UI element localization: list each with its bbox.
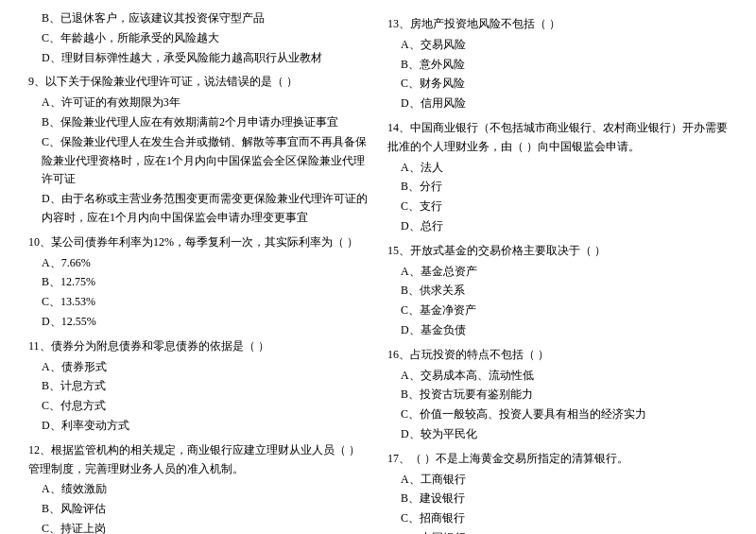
question-title: 13、房地产投资地风险不包括（ ） — [387, 15, 728, 34]
question-title: 9、以下关于保险兼业代理许可证，说法错误的是（ ） — [28, 73, 369, 92]
option: C、年龄越小，所能承受的风险越大 — [28, 29, 369, 48]
option: A、基金总资产 — [387, 263, 728, 282]
option: B、建设银行 — [387, 490, 728, 508]
question-title: 12、根据监管机构的相关规定，商业银行应建立理财从业人员（ ）管理制度，完善理财… — [28, 441, 369, 479]
option: C、持证上岗 — [28, 520, 369, 534]
option: D、总行 — [387, 217, 728, 236]
option: A、债券形式 — [28, 358, 369, 377]
option: C、付息方式 — [28, 397, 369, 416]
option: B、供求关系 — [387, 282, 728, 301]
option: D、信用风险 — [387, 95, 728, 113]
option: D、较为平民化 — [387, 425, 728, 444]
question-title: 16、占玩投资的特点不包括（ ） — [387, 346, 728, 365]
option: B、风险评估 — [28, 500, 369, 519]
option: C、保险兼业代理人在发生合并或撤销、解散等事宜而不再具备保险兼业代理资格时，应在… — [28, 133, 369, 189]
option: A、工商银行 — [387, 471, 728, 490]
option: B、分行 — [387, 178, 728, 197]
right-column: 13、房地产投资地风险不包括（ ）A、交易风险B、意外风险C、财务风险D、信用风… — [387, 9, 728, 534]
option: D、基金负债 — [387, 321, 728, 340]
option: A、法人 — [387, 159, 728, 178]
main-content: B、已退休客户，应该建议其投资保守型产品C、年龄越小，所能承受的风险越大D、理财… — [28, 9, 728, 534]
question-title: 17、（ ）不是上海黄金交易所指定的清算银行。 — [387, 450, 728, 469]
option: C、招商银行 — [387, 509, 728, 528]
option: A、7.66% — [28, 254, 369, 273]
option: D、由于名称或主营业务范围变更而需变更保险兼业代理许可证的内容时，应在1个月内向… — [28, 190, 369, 228]
option: D、12.55% — [28, 313, 369, 332]
option: B、意外风险 — [387, 56, 728, 75]
option: B、计息方式 — [28, 377, 369, 396]
option: B、保险兼业代理人应在有效期满前2个月申请办理换证事宜 — [28, 113, 369, 132]
option: B、投资古玩要有鉴别能力 — [387, 386, 728, 405]
option: A、绩效激励 — [28, 480, 369, 499]
option: C、基金净资产 — [387, 301, 728, 320]
option: C、13.53% — [28, 293, 369, 312]
option: A、交易成本高、流动性低 — [387, 367, 728, 386]
option: C、财务风险 — [387, 75, 728, 94]
option: B、12.75% — [28, 273, 369, 292]
question-title: 15、开放式基金的交易价格主要取决于（ ） — [387, 242, 728, 261]
question-title: 11、债券分为附息债券和零息债券的依据是（ ） — [28, 337, 369, 356]
option: D、利率变动方式 — [28, 417, 369, 436]
question-title: 10、某公司债券年利率为12%，每季复利一次，其实际利率为（ ） — [28, 233, 369, 252]
option: A、许可证的有效期限为3年 — [28, 94, 369, 112]
option: C、支行 — [387, 198, 728, 216]
option: D、中国银行 — [387, 529, 728, 534]
question-title: 14、中国商业银行（不包括城市商业银行、农村商业银行）开办需要批准的个人理财业务… — [387, 119, 728, 157]
option: D、理财目标弹性越大，承受风险能力越高职行从业教材 — [28, 49, 369, 68]
option: A、交易风险 — [387, 36, 728, 55]
option: B、已退休客户，应该建议其投资保守型产品 — [28, 9, 369, 28]
option: C、价值一般较高、投资人要具有相当的经济实力 — [387, 405, 728, 424]
left-column: B、已退休客户，应该建议其投资保守型产品C、年龄越小，所能承受的风险越大D、理财… — [28, 9, 369, 534]
